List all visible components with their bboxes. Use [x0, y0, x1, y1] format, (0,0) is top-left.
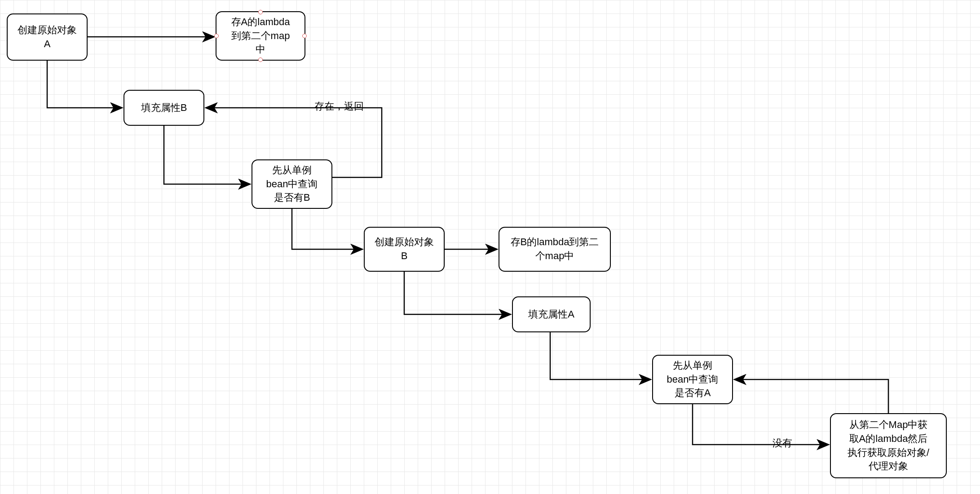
edge-label-exists-return: 存在，返回	[314, 100, 364, 113]
node-label: 先从单例bean中查询是否有A	[667, 359, 719, 400]
edge-label-none: 没有	[773, 437, 792, 450]
selection-handle-bottom[interactable]	[258, 57, 263, 62]
node-label: 创建原始对象B	[375, 235, 434, 263]
node-fill-property-b[interactable]: 填充属性B	[124, 90, 204, 126]
node-query-singleton-a[interactable]: 先从单例bean中查询是否有A	[652, 355, 733, 404]
node-get-lambda-from-map[interactable]: 从第二个Map中获取A的lambda然后执行获取原始对象/代理对象	[830, 413, 947, 478]
node-label: 从第二个Map中获取A的lambda然后执行获取原始对象/代理对象	[848, 418, 929, 473]
node-label: 先从单例bean中查询是否有B	[266, 163, 318, 205]
node-label: 创建原始对象A	[18, 23, 77, 51]
selection-handle-top[interactable]	[258, 10, 263, 14]
node-label: 存A的lambda到第二个map中	[231, 15, 290, 57]
node-fill-property-a[interactable]: 填充属性A	[512, 296, 591, 332]
selection-handle-right[interactable]	[302, 34, 307, 38]
node-create-original-a[interactable]: 创建原始对象A	[7, 13, 88, 61]
node-query-singleton-b[interactable]: 先从单例bean中查询是否有B	[252, 159, 332, 209]
node-label: 存B的lambda到第二个map中	[511, 235, 599, 263]
selection-handle-left[interactable]	[214, 34, 219, 38]
node-store-b-lambda[interactable]: 存B的lambda到第二个map中	[499, 227, 611, 272]
node-label: 填充属性B	[141, 101, 187, 115]
node-store-a-lambda[interactable]: 存A的lambda到第二个map中	[216, 11, 305, 61]
node-create-original-b[interactable]: 创建原始对象B	[364, 227, 445, 272]
node-label: 填充属性A	[528, 308, 574, 322]
